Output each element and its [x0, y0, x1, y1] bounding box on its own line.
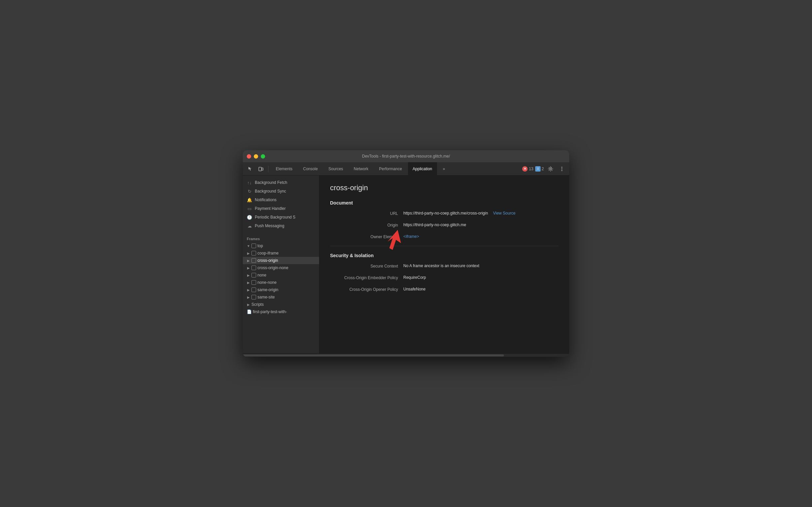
frame-icon	[251, 258, 256, 263]
tab-performance[interactable]: Performance	[374, 162, 407, 176]
expand-icon: ▶	[247, 303, 250, 306]
tree-item-scripts[interactable]: ▶ Scripts	[243, 301, 319, 308]
toolbar: Elements Console Sources Network Perform…	[243, 162, 569, 176]
scrollbar-thumb[interactable]	[243, 354, 504, 356]
payment-handler-icon: ▭	[247, 206, 252, 211]
frame-icon	[251, 243, 256, 248]
expand-icon: ▶	[247, 259, 250, 262]
error-badge[interactable]: ✕ 13	[522, 166, 533, 172]
tree-item-cross-origin-none[interactable]: ▶ cross-origin-none	[243, 264, 319, 272]
background-fetch-icon: ↑↓	[247, 180, 252, 185]
page-title: cross-origin	[330, 183, 559, 192]
titlebar: DevTools - first-party-test-with-resourc…	[243, 150, 569, 162]
tree-item-first-party-script[interactable]: 📄 first-party-test-with-	[243, 308, 319, 316]
frames-section-label: Frames	[243, 234, 319, 242]
url-row: URL https://third-party-no-coep.glitch.m…	[330, 211, 559, 216]
tab-console[interactable]: Console	[298, 162, 323, 176]
origin-label: Origin	[330, 223, 403, 228]
background-sync-icon: ↻	[247, 188, 252, 194]
frame-icon	[251, 280, 256, 285]
tab-sources[interactable]: Sources	[324, 162, 348, 176]
svg-point-5	[562, 170, 563, 171]
url-value: https://third-party-no-coep.glitch.me/cr…	[403, 211, 559, 216]
owner-element-label: Owner Element	[330, 234, 403, 239]
coop-label: Cross-Origin Opener Policy	[330, 287, 403, 292]
expand-icon: ▶	[247, 266, 250, 270]
frame-icon	[251, 295, 256, 299]
svg-rect-0	[259, 167, 262, 171]
frame-icon	[251, 287, 256, 292]
tree-item-same-site[interactable]: ▶ same-site	[243, 293, 319, 301]
svg-point-4	[562, 168, 563, 169]
sidebar-item-payment-handler[interactable]: ▭ Payment Handler	[243, 204, 319, 213]
origin-value: https://third-party-no-coep.glitch.me	[403, 223, 559, 227]
settings-icon[interactable]	[546, 164, 555, 174]
toolbar-right: ✕ 13 i 2	[522, 164, 567, 174]
section-divider	[330, 246, 559, 246]
sidebar-item-background-sync[interactable]: ↻ Background Sync	[243, 187, 319, 195]
tab-overflow[interactable]: »	[438, 162, 450, 176]
owner-element-value[interactable]: <iframe>	[403, 234, 559, 239]
minimize-button[interactable]	[254, 154, 258, 159]
arrow-annotation	[380, 228, 406, 253]
expand-icon: ▶	[247, 281, 250, 284]
view-source-link[interactable]: View Source	[493, 211, 515, 216]
expand-icon: ▶	[247, 274, 250, 277]
maximize-button[interactable]	[261, 154, 265, 159]
tab-elements[interactable]: Elements	[271, 162, 297, 176]
devtools-window: DevTools - first-party-test-with-resourc…	[243, 150, 569, 357]
close-button[interactable]	[247, 154, 251, 159]
sidebar-item-push-messaging[interactable]: ☁ Push Messaging	[243, 222, 319, 230]
expand-icon: ▶	[247, 251, 250, 255]
tree-item-cross-origin[interactable]: ▶ cross-origin	[243, 257, 319, 264]
sidebar-item-periodic-background[interactable]: 🕐 Periodic Background S	[243, 213, 319, 222]
content-panel: cross-origin Document URL https://third-…	[320, 176, 569, 353]
url-label: URL	[330, 211, 403, 216]
coep-label: Cross-Origin Embedder Policy	[330, 275, 403, 280]
tab-network[interactable]: Network	[349, 162, 373, 176]
expand-icon: ▼	[247, 244, 250, 247]
separator	[268, 166, 269, 172]
sidebar-item-notifications[interactable]: 🔔 Notifications	[243, 195, 319, 204]
tree-item-top[interactable]: ▼ top	[243, 242, 319, 249]
coep-row: Cross-Origin Embedder Policy RequireCorp	[330, 275, 559, 280]
push-messaging-icon: ☁	[247, 223, 252, 228]
sidebar-item-background-fetch[interactable]: ↑↓ Background Fetch	[243, 178, 319, 187]
svg-point-2	[550, 168, 552, 170]
frame-icon	[251, 251, 256, 256]
device-toolbar-icon[interactable]	[256, 164, 266, 174]
expand-icon: ▶	[247, 295, 250, 299]
expand-icon: ▶	[247, 288, 250, 291]
owner-element-row: Owner Element <iframe>	[330, 234, 559, 239]
sidebar: ↑↓ Background Fetch ↻ Background Sync 🔔 …	[243, 176, 320, 353]
window-title: DevTools - first-party-test-with-resourc…	[362, 154, 450, 159]
error-icon: ✕	[522, 166, 528, 172]
scrollbar-area	[243, 353, 569, 357]
tree-item-same-origin[interactable]: ▶ same-origin	[243, 286, 319, 293]
secure-context-row: Secure Context No A frame ancestor is an…	[330, 264, 559, 269]
coop-row: Cross-Origin Opener Policy UnsafeNone	[330, 287, 559, 292]
tree-item-none-none[interactable]: ▶ none-none	[243, 279, 319, 286]
svg-marker-6	[388, 230, 401, 250]
origin-row: Origin https://third-party-no-coep.glitc…	[330, 223, 559, 228]
tree-item-coop-iframe[interactable]: ▶ coop-iframe	[243, 249, 319, 257]
secure-context-value: No A frame ancestor is an insecure conte…	[403, 264, 559, 268]
warning-icon: i	[535, 166, 540, 172]
inspect-icon[interactable]	[245, 164, 255, 174]
tree-item-none[interactable]: ▶ none	[243, 272, 319, 279]
frame-icon	[251, 273, 256, 278]
periodic-background-icon: 🕐	[247, 215, 252, 220]
svg-point-3	[562, 167, 563, 168]
notifications-icon: 🔔	[247, 197, 252, 203]
more-options-icon[interactable]	[557, 164, 567, 174]
script-icon: 📄	[247, 309, 251, 314]
traffic-lights	[247, 154, 265, 159]
frame-icon	[251, 266, 256, 270]
coop-value: UnsafeNone	[403, 287, 559, 291]
tab-application[interactable]: Application	[408, 162, 437, 176]
warning-badge[interactable]: i 2	[535, 166, 544, 172]
security-section-title: Security & Isolation	[330, 253, 559, 258]
coep-value: RequireCorp	[403, 275, 559, 280]
secure-context-label: Secure Context	[330, 264, 403, 269]
svg-rect-1	[262, 168, 263, 170]
